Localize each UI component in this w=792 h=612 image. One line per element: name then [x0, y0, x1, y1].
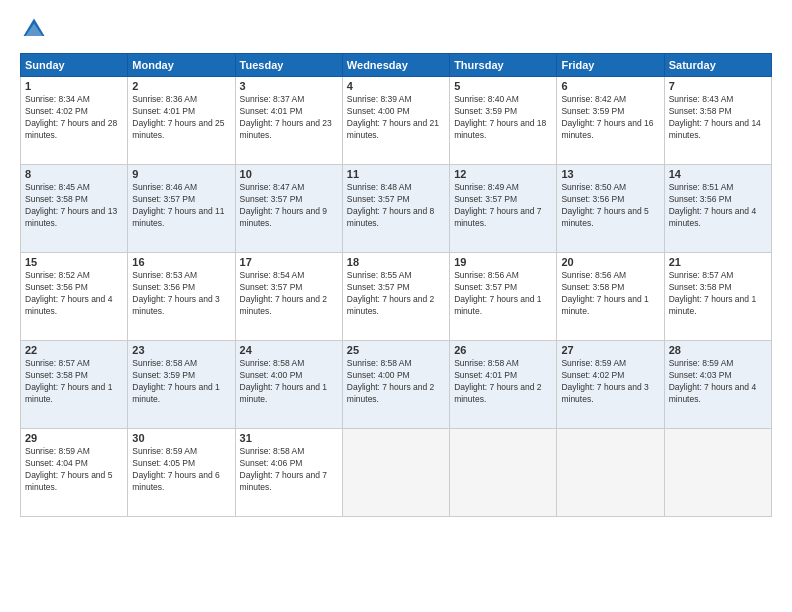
day-info: Sunrise: 8:37 AM Sunset: 4:01 PM Dayligh… — [240, 94, 338, 142]
table-row: 9 Sunrise: 8:46 AM Sunset: 3:57 PM Dayli… — [128, 165, 235, 253]
day-number: 4 — [347, 80, 445, 92]
calendar-table: Sunday Monday Tuesday Wednesday Thursday… — [20, 53, 772, 517]
day-info: Sunrise: 8:42 AM Sunset: 3:59 PM Dayligh… — [561, 94, 659, 142]
day-number: 31 — [240, 432, 338, 444]
day-info: Sunrise: 8:39 AM Sunset: 4:00 PM Dayligh… — [347, 94, 445, 142]
day-info: Sunrise: 8:56 AM Sunset: 3:57 PM Dayligh… — [454, 270, 552, 318]
table-row: 29 Sunrise: 8:59 AM Sunset: 4:04 PM Dayl… — [21, 429, 128, 517]
day-info: Sunrise: 8:58 AM Sunset: 4:00 PM Dayligh… — [347, 358, 445, 406]
table-row: 30 Sunrise: 8:59 AM Sunset: 4:05 PM Dayl… — [128, 429, 235, 517]
day-info: Sunrise: 8:55 AM Sunset: 3:57 PM Dayligh… — [347, 270, 445, 318]
page: Sunday Monday Tuesday Wednesday Thursday… — [0, 0, 792, 612]
day-number: 5 — [454, 80, 552, 92]
day-info: Sunrise: 8:36 AM Sunset: 4:01 PM Dayligh… — [132, 94, 230, 142]
day-number: 22 — [25, 344, 123, 356]
table-row: 26 Sunrise: 8:58 AM Sunset: 4:01 PM Dayl… — [450, 341, 557, 429]
day-number: 12 — [454, 168, 552, 180]
calendar-week-row: 15 Sunrise: 8:52 AM Sunset: 3:56 PM Dayl… — [21, 253, 772, 341]
day-number: 21 — [669, 256, 767, 268]
day-number: 7 — [669, 80, 767, 92]
day-info: Sunrise: 8:51 AM Sunset: 3:56 PM Dayligh… — [669, 182, 767, 230]
day-number: 1 — [25, 80, 123, 92]
day-info: Sunrise: 8:56 AM Sunset: 3:58 PM Dayligh… — [561, 270, 659, 318]
table-row: 14 Sunrise: 8:51 AM Sunset: 3:56 PM Dayl… — [664, 165, 771, 253]
table-row: 8 Sunrise: 8:45 AM Sunset: 3:58 PM Dayli… — [21, 165, 128, 253]
day-info: Sunrise: 8:58 AM Sunset: 3:59 PM Dayligh… — [132, 358, 230, 406]
col-sunday: Sunday — [21, 54, 128, 77]
day-info: Sunrise: 8:47 AM Sunset: 3:57 PM Dayligh… — [240, 182, 338, 230]
day-info: Sunrise: 8:59 AM Sunset: 4:04 PM Dayligh… — [25, 446, 123, 494]
day-number: 13 — [561, 168, 659, 180]
logo — [20, 15, 52, 43]
table-row: 13 Sunrise: 8:50 AM Sunset: 3:56 PM Dayl… — [557, 165, 664, 253]
day-info: Sunrise: 8:52 AM Sunset: 3:56 PM Dayligh… — [25, 270, 123, 318]
table-row: 12 Sunrise: 8:49 AM Sunset: 3:57 PM Dayl… — [450, 165, 557, 253]
day-number: 8 — [25, 168, 123, 180]
day-number: 3 — [240, 80, 338, 92]
day-number: 26 — [454, 344, 552, 356]
table-row: 16 Sunrise: 8:53 AM Sunset: 3:56 PM Dayl… — [128, 253, 235, 341]
table-row: 4 Sunrise: 8:39 AM Sunset: 4:00 PM Dayli… — [342, 77, 449, 165]
table-row: 17 Sunrise: 8:54 AM Sunset: 3:57 PM Dayl… — [235, 253, 342, 341]
table-row: 27 Sunrise: 8:59 AM Sunset: 4:02 PM Dayl… — [557, 341, 664, 429]
table-row: 15 Sunrise: 8:52 AM Sunset: 3:56 PM Dayl… — [21, 253, 128, 341]
day-number: 25 — [347, 344, 445, 356]
day-number: 10 — [240, 168, 338, 180]
day-info: Sunrise: 8:50 AM Sunset: 3:56 PM Dayligh… — [561, 182, 659, 230]
calendar-week-row: 8 Sunrise: 8:45 AM Sunset: 3:58 PM Dayli… — [21, 165, 772, 253]
table-row: 2 Sunrise: 8:36 AM Sunset: 4:01 PM Dayli… — [128, 77, 235, 165]
day-info: Sunrise: 8:58 AM Sunset: 4:01 PM Dayligh… — [454, 358, 552, 406]
day-info: Sunrise: 8:59 AM Sunset: 4:05 PM Dayligh… — [132, 446, 230, 494]
col-thursday: Thursday — [450, 54, 557, 77]
day-number: 17 — [240, 256, 338, 268]
day-number: 15 — [25, 256, 123, 268]
col-saturday: Saturday — [664, 54, 771, 77]
day-number: 28 — [669, 344, 767, 356]
day-number: 23 — [132, 344, 230, 356]
col-wednesday: Wednesday — [342, 54, 449, 77]
day-header-row: Sunday Monday Tuesday Wednesday Thursday… — [21, 54, 772, 77]
day-info: Sunrise: 8:53 AM Sunset: 3:56 PM Dayligh… — [132, 270, 230, 318]
day-info: Sunrise: 8:40 AM Sunset: 3:59 PM Dayligh… — [454, 94, 552, 142]
table-row: 11 Sunrise: 8:48 AM Sunset: 3:57 PM Dayl… — [342, 165, 449, 253]
table-row: 25 Sunrise: 8:58 AM Sunset: 4:00 PM Dayl… — [342, 341, 449, 429]
day-number: 29 — [25, 432, 123, 444]
day-info: Sunrise: 8:49 AM Sunset: 3:57 PM Dayligh… — [454, 182, 552, 230]
table-row: 20 Sunrise: 8:56 AM Sunset: 3:58 PM Dayl… — [557, 253, 664, 341]
day-info: Sunrise: 8:54 AM Sunset: 3:57 PM Dayligh… — [240, 270, 338, 318]
table-row: 23 Sunrise: 8:58 AM Sunset: 3:59 PM Dayl… — [128, 341, 235, 429]
day-number: 6 — [561, 80, 659, 92]
day-number: 20 — [561, 256, 659, 268]
day-info: Sunrise: 8:57 AM Sunset: 3:58 PM Dayligh… — [669, 270, 767, 318]
day-number: 9 — [132, 168, 230, 180]
day-info: Sunrise: 8:58 AM Sunset: 4:00 PM Dayligh… — [240, 358, 338, 406]
table-row: 19 Sunrise: 8:56 AM Sunset: 3:57 PM Dayl… — [450, 253, 557, 341]
day-info: Sunrise: 8:34 AM Sunset: 4:02 PM Dayligh… — [25, 94, 123, 142]
col-monday: Monday — [128, 54, 235, 77]
col-tuesday: Tuesday — [235, 54, 342, 77]
table-row: 31 Sunrise: 8:58 AM Sunset: 4:06 PM Dayl… — [235, 429, 342, 517]
table-row: 1 Sunrise: 8:34 AM Sunset: 4:02 PM Dayli… — [21, 77, 128, 165]
day-number: 19 — [454, 256, 552, 268]
day-number: 16 — [132, 256, 230, 268]
day-number: 27 — [561, 344, 659, 356]
logo-icon — [20, 15, 48, 43]
table-row — [342, 429, 449, 517]
table-row: 21 Sunrise: 8:57 AM Sunset: 3:58 PM Dayl… — [664, 253, 771, 341]
table-row: 7 Sunrise: 8:43 AM Sunset: 3:58 PM Dayli… — [664, 77, 771, 165]
day-info: Sunrise: 8:58 AM Sunset: 4:06 PM Dayligh… — [240, 446, 338, 494]
day-info: Sunrise: 8:45 AM Sunset: 3:58 PM Dayligh… — [25, 182, 123, 230]
calendar-week-row: 22 Sunrise: 8:57 AM Sunset: 3:58 PM Dayl… — [21, 341, 772, 429]
table-row — [664, 429, 771, 517]
day-number: 11 — [347, 168, 445, 180]
table-row: 22 Sunrise: 8:57 AM Sunset: 3:58 PM Dayl… — [21, 341, 128, 429]
day-info: Sunrise: 8:59 AM Sunset: 4:03 PM Dayligh… — [669, 358, 767, 406]
day-info: Sunrise: 8:46 AM Sunset: 3:57 PM Dayligh… — [132, 182, 230, 230]
day-number: 2 — [132, 80, 230, 92]
table-row: 28 Sunrise: 8:59 AM Sunset: 4:03 PM Dayl… — [664, 341, 771, 429]
table-row: 24 Sunrise: 8:58 AM Sunset: 4:00 PM Dayl… — [235, 341, 342, 429]
day-info: Sunrise: 8:48 AM Sunset: 3:57 PM Dayligh… — [347, 182, 445, 230]
day-info: Sunrise: 8:43 AM Sunset: 3:58 PM Dayligh… — [669, 94, 767, 142]
day-number: 30 — [132, 432, 230, 444]
day-number: 18 — [347, 256, 445, 268]
